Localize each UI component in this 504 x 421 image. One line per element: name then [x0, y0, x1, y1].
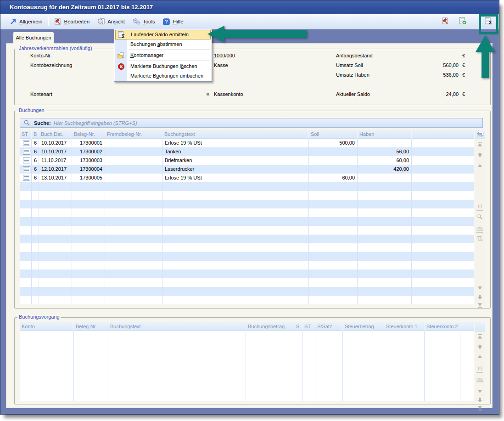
column-header-buchungstext[interactable]: Buchungstext	[162, 130, 309, 139]
empty-table-row[interactable]	[20, 375, 474, 383]
empty-table-row[interactable]	[20, 200, 474, 208]
column-header-beleg-nr-[interactable]: Beleg-Nr.	[72, 130, 105, 139]
empty-table-row[interactable]	[20, 261, 474, 269]
scroll-up-icon[interactable]	[475, 163, 485, 169]
cell	[412, 156, 474, 165]
filter-icon[interactable]	[475, 236, 485, 242]
column-header-buchungsbetrag[interactable]: Buchungsbetrag	[246, 322, 294, 331]
tools-dropdown-menu: ΣLaufender Saldo ermittelnBuchungen abst…	[114, 29, 212, 82]
cell	[460, 357, 474, 366]
menu-item-markierte-buchungen-löschen[interactable]: Markierte Buchungen löschen	[115, 62, 211, 71]
menu-items: Allgemein Bearbeiten Ansicht Tools ?Hilf…	[0, 16, 187, 27]
column-header-st[interactable]: ST	[302, 322, 315, 331]
table-row[interactable]: 610.10.201717300002Tanken56,00	[20, 147, 474, 156]
column-chooser-button[interactable]	[475, 130, 485, 139]
magnifier-doc-icon	[97, 18, 105, 26]
empty-table-row[interactable]	[20, 217, 474, 226]
scroll-up-icon[interactable]	[475, 354, 485, 360]
empty-table-row[interactable]	[20, 182, 474, 191]
empty-table-row[interactable]	[20, 226, 474, 235]
column-header-b[interactable]: B	[32, 130, 39, 139]
tab-alle-buchungen[interactable]: Alle Buchungen	[13, 32, 54, 44]
empty-table-row[interactable]	[20, 235, 474, 243]
scroll-down-icon[interactable]	[475, 285, 485, 291]
cell	[358, 269, 412, 278]
menu-item-buchungen-abstimmen[interactable]: Buchungen abstimmen	[115, 39, 211, 49]
empty-table-row[interactable]	[20, 278, 474, 287]
cell	[162, 296, 309, 304]
cell	[294, 366, 302, 375]
empty-table-row[interactable]	[20, 269, 474, 278]
empty-table-row[interactable]	[20, 191, 474, 200]
empty-table-row[interactable]	[20, 252, 474, 261]
table-row[interactable]: 613.10.201717300005Erlöse 19 % USt60,00	[20, 174, 474, 182]
scroll-to-bottom-icon[interactable]	[475, 405, 485, 411]
column-header-steuerkonto-2[interactable]: Steuerkonto 2	[425, 322, 460, 331]
xml-export-icon[interactable]: XML	[475, 225, 485, 231]
scroll-down-icon[interactable]	[475, 388, 485, 394]
cell	[72, 252, 105, 261]
cell	[309, 182, 358, 191]
menu-item-kontomanager[interactable]: Kontomanager	[115, 51, 211, 60]
column-header-steuerbetrag[interactable]: Steuerbetrag	[343, 322, 384, 331]
buchungsvorgang-table: KontoBeleg-Nr.BuchungstextBuchungsbetrag…	[20, 322, 474, 401]
menu-hilfe[interactable]: ?Hilfe	[159, 16, 187, 27]
menu-bearbeiten[interactable]: Bearbeiten	[50, 16, 94, 27]
column-header-soll[interactable]: Soll	[309, 130, 358, 139]
search-input[interactable]: Hier Suchbegriff eingeben (STRG+S)	[54, 120, 137, 126]
column-header-buchungstext[interactable]: Buchungstext	[108, 322, 246, 331]
empty-table-row[interactable]	[20, 340, 474, 348]
empty-table-row[interactable]	[20, 296, 474, 304]
scroll-to-bottom-icon[interactable]	[475, 302, 485, 309]
empty-table-row[interactable]	[20, 366, 474, 375]
empty-table-row[interactable]	[20, 208, 474, 217]
cell	[72, 200, 105, 208]
scroll-down-fast-icon[interactable]	[475, 397, 485, 403]
menu-allgemein[interactable]: Allgemein	[5, 16, 46, 27]
menu-tools[interactable]: Tools	[129, 16, 159, 27]
menu-item-markierte-buchungen-umbuchen[interactable]: Markierte Buchungen umbuchen	[115, 71, 211, 81]
cell	[384, 357, 425, 366]
row-indicator-icon[interactable]: (I)	[475, 365, 485, 371]
column-header-haben[interactable]: Haben	[358, 130, 412, 139]
column-header-fremdbeleg-nr-[interactable]: Fremdbeleg-Nr.	[105, 130, 162, 139]
column-header-steuerkonto-1[interactable]: Steuerkonto 1	[384, 322, 425, 331]
empty-table-row[interactable]	[20, 392, 474, 401]
empty-table-row[interactable]	[20, 357, 474, 366]
cell	[32, 261, 39, 269]
scroll-to-top-icon[interactable]	[475, 141, 485, 147]
column-header-stsatz[interactable]: StSatz	[315, 322, 343, 331]
column-header-beleg-nr-[interactable]: Beleg-Nr.	[74, 322, 108, 331]
edit-hammer-button[interactable]	[439, 16, 451, 28]
column-header-buch-dat-[interactable]: Buch.Dat.	[39, 130, 72, 139]
row-indicator-icon[interactable]: (I)	[475, 203, 485, 209]
cell	[108, 392, 246, 401]
window-titlebar[interactable]: Kontoauszug für den Zeitraum 01.2017 bis…	[0, 0, 499, 14]
cell: Laserdrucker	[162, 165, 309, 174]
cell	[309, 226, 358, 235]
xml-export-icon[interactable]: XML	[475, 376, 485, 382]
column-header-s[interactable]: S	[294, 322, 302, 331]
table-row[interactable]: 611.10.201717300003Briefmarken60,00	[20, 156, 474, 165]
cell	[425, 392, 460, 401]
scroll-up-fast-icon[interactable]	[475, 152, 485, 158]
search-bar[interactable]: Suche: Hier Suchbegriff eingeben (STRG+S…	[20, 118, 483, 128]
empty-table-row[interactable]	[20, 243, 474, 252]
scroll-down-fast-icon[interactable]	[475, 294, 485, 300]
scroll-up-fast-icon[interactable]	[475, 343, 485, 350]
table-row[interactable]: 612.10.201717300004Laserdrucker420,00	[20, 165, 474, 174]
buchungen-table: STBBuch.Dat.Beleg-Nr.Fremdbeleg-Nr.Buchu…	[20, 130, 474, 304]
empty-table-row[interactable]	[20, 331, 474, 340]
menu-ansicht[interactable]: Ansicht	[93, 16, 129, 27]
cell	[105, 156, 162, 165]
empty-table-row[interactable]	[20, 287, 474, 296]
menu-item-laufender-saldo-ermitteln[interactable]: ΣLaufender Saldo ermitteln	[115, 30, 211, 39]
doc-check-button[interactable]	[457, 16, 469, 28]
zoom-row-icon[interactable]	[475, 213, 485, 220]
empty-table-row[interactable]	[20, 348, 474, 357]
table-row[interactable]: 610.10.201717300001Erlöse 19 % USt500,00	[20, 139, 474, 147]
column-header-st[interactable]: ST	[20, 130, 32, 139]
column-header-konto[interactable]: Konto	[20, 322, 74, 331]
scroll-to-top-icon[interactable]	[475, 333, 485, 340]
empty-table-row[interactable]	[20, 383, 474, 392]
